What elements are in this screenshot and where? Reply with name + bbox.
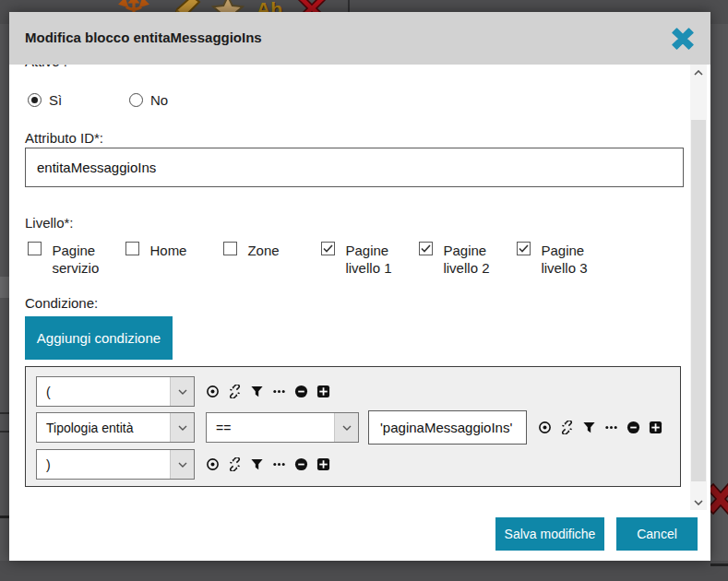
filter-icon[interactable] — [250, 385, 264, 398]
ellipsis-icon[interactable] — [604, 421, 618, 434]
checkbox-pagine-servizio[interactable]: Pagine servizio — [28, 242, 120, 277]
condition-value-input[interactable] — [368, 410, 527, 445]
operator-select[interactable]: == — [206, 412, 359, 443]
remove-condition-icon[interactable] — [627, 421, 640, 434]
ellipsis-icon[interactable] — [272, 385, 286, 398]
checkbox-label: Zone — [247, 242, 312, 259]
record-icon[interactable] — [206, 385, 220, 398]
remove-condition-icon[interactable] — [294, 385, 308, 398]
checkbox-icon[interactable] — [517, 242, 531, 255]
chevron-down-icon — [334, 413, 358, 442]
bracket-select[interactable]: ) — [36, 449, 195, 480]
select-value: ) — [37, 450, 170, 479]
checkbox-icon[interactable] — [28, 242, 42, 255]
checkbox-icon[interactable] — [125, 242, 139, 255]
attributo-id-label: Attributo ID*: — [25, 130, 103, 146]
condition-row-open-bracket: ( — [36, 376, 330, 407]
unlink-icon[interactable] — [228, 457, 242, 471]
ellipsis-icon[interactable] — [272, 457, 286, 471]
add-condition-icon[interactable] — [316, 385, 330, 398]
unlink-icon[interactable] — [228, 385, 242, 398]
checkbox-home[interactable]: Home — [125, 242, 218, 259]
row-actions — [206, 457, 330, 471]
cancel-button[interactable]: Cancel — [616, 517, 698, 551]
radio-label: No — [150, 92, 168, 108]
add-condition-icon[interactable] — [316, 457, 330, 471]
dialog-header: Modifica blocco entitaMessaggioIns — [9, 12, 710, 65]
checkbox-label: Pagine livello 3 — [541, 242, 605, 277]
checkbox-icon[interactable] — [321, 242, 335, 255]
dialog-footer: Salva modifiche Cancel — [9, 510, 710, 561]
record-icon[interactable] — [206, 457, 220, 471]
record-icon[interactable] — [538, 421, 552, 434]
checkbox-pagine-livello-2[interactable]: Pagine livello 2 — [419, 242, 511, 277]
background-gridline — [710, 563, 728, 566]
row-actions — [538, 421, 662, 434]
attributo-id-input[interactable] — [25, 148, 684, 187]
edit-block-dialog: Modifica blocco entitaMessaggioIns Attiv… — [9, 12, 710, 561]
checkbox-label: Pagine livello 1 — [345, 242, 410, 277]
unlink-icon[interactable] — [560, 421, 574, 434]
remove-condition-icon[interactable] — [294, 457, 308, 471]
attivo-label: Attivo : — [25, 65, 67, 69]
radio-icon[interactable] — [28, 93, 42, 107]
check-icon — [519, 244, 529, 253]
bracket-select[interactable]: ( — [36, 376, 195, 407]
condition-builder: ( Tipologia entità — [25, 366, 681, 487]
checkbox-label: Home — [149, 242, 214, 259]
check-icon — [421, 244, 431, 253]
select-value: Tipologia entità — [37, 413, 170, 442]
chevron-down-icon — [170, 450, 194, 479]
select-value: == — [207, 413, 334, 442]
scroll-up-icon[interactable] — [690, 65, 707, 80]
select-value: ( — [37, 377, 170, 406]
add-condition-button[interactable]: Aggiungi condizione — [25, 316, 173, 360]
checkbox-label: Pagine servizio — [52, 242, 116, 277]
scrollbar-thumb[interactable] — [691, 120, 706, 481]
background-footer-area — [0, 561, 728, 581]
field-select[interactable]: Tipologia entità — [36, 412, 195, 443]
livello-label: Livello*: — [25, 215, 74, 231]
vertical-scrollbar[interactable] — [690, 65, 707, 510]
dialog-title: Modifica blocco entitaMessaggioIns — [25, 30, 262, 45]
save-button[interactable]: Salva modifiche — [495, 517, 604, 551]
condition-row-expression: Tipologia entità == — [36, 412, 662, 443]
checkbox-pagine-livello-3[interactable]: Pagine livello 3 — [517, 242, 609, 277]
toolbar-divider — [348, 0, 350, 13]
chevron-down-icon — [170, 413, 194, 442]
filter-icon[interactable] — [250, 457, 264, 471]
add-condition-icon[interactable] — [649, 421, 662, 434]
condizione-label: Condizione: — [25, 295, 98, 311]
filter-icon[interactable] — [582, 421, 596, 434]
condition-row-close-bracket: ) — [36, 449, 330, 480]
chevron-down-icon — [170, 377, 194, 406]
radio-option-no[interactable]: No — [129, 92, 168, 108]
scroll-down-icon[interactable] — [690, 494, 707, 510]
checkbox-icon[interactable] — [419, 242, 433, 255]
radio-icon[interactable] — [129, 93, 143, 107]
close-icon[interactable] — [669, 25, 697, 53]
checkbox-zone[interactable]: Zone — [223, 242, 316, 259]
radio-label: Sì — [49, 92, 62, 108]
check-icon — [323, 244, 333, 253]
row-actions — [206, 385, 330, 398]
checkbox-icon[interactable] — [223, 242, 237, 255]
radio-option-si[interactable]: Sì — [28, 92, 62, 108]
checkbox-label: Pagine livello 2 — [443, 242, 507, 277]
checkbox-pagine-livello-1[interactable]: Pagine livello 1 — [321, 242, 413, 277]
dialog-body: Attivo : Sì No Attributo ID*: Livello*: … — [9, 65, 710, 510]
